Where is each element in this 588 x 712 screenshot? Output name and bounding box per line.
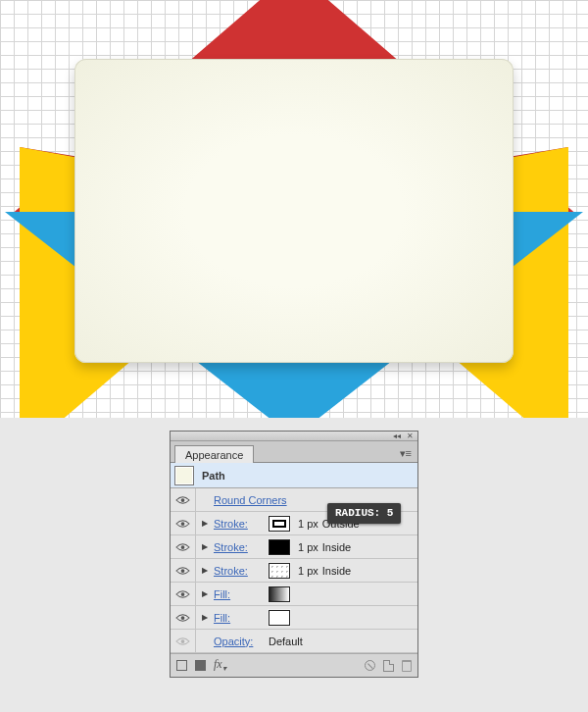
collapse-icon[interactable]: ◂◂ <box>393 432 401 440</box>
svg-point-3 <box>181 569 185 573</box>
expand-icon[interactable]: ▶ <box>196 542 214 551</box>
expand-icon[interactable]: ▶ <box>196 613 214 622</box>
expand-icon[interactable]: ▶ <box>196 589 214 598</box>
illustrator-canvas <box>0 0 588 418</box>
selected-object-label: Path <box>202 470 225 482</box>
visibility-icon[interactable] <box>175 613 190 623</box>
stroke-value: 1 pxInside <box>298 565 351 577</box>
effect-link[interactable]: Round Corners <box>214 494 287 506</box>
row-fill-1[interactable]: ▶ Fill: <box>171 583 417 606</box>
opacity-link[interactable]: Opacity: <box>214 636 269 647</box>
panel-footer: fx▾ <box>171 653 417 677</box>
fill-link[interactable]: Fill: <box>214 588 269 600</box>
stroke-link[interactable]: Stroke: <box>214 541 269 553</box>
panel-titlebar[interactable]: ◂◂ ✕ <box>171 432 417 441</box>
add-effect-icon[interactable]: fx▾ <box>214 657 226 673</box>
new-fill-icon[interactable] <box>195 660 206 671</box>
letter-card <box>74 59 514 363</box>
svg-point-0 <box>181 498 185 502</box>
selected-object-row[interactable]: Path <box>171 463 417 488</box>
row-stroke-3[interactable]: ▶ Stroke: 1 pxInside <box>171 559 417 583</box>
svg-point-6 <box>181 639 185 643</box>
visibility-icon[interactable] <box>175 566 190 576</box>
appearance-panel: ◂◂ ✕ Appearance ▾≡ Path Round Corners <box>170 431 418 678</box>
stroke-swatch[interactable] <box>269 539 290 555</box>
stroke-link[interactable]: Stroke: <box>214 565 269 577</box>
fill-swatch[interactable] <box>269 586 290 602</box>
appearance-items: Round Corners ▶ Stroke: 1 pxOutside ▶ St… <box>171 488 417 653</box>
new-stroke-icon[interactable] <box>176 660 187 671</box>
duplicate-item-icon[interactable] <box>383 660 394 672</box>
appearance-tab[interactable]: Appearance <box>174 445 254 463</box>
close-icon[interactable]: ✕ <box>407 432 414 440</box>
stroke-value: 1 pxOutside <box>298 518 360 530</box>
row-stroke-1[interactable]: ▶ Stroke: 1 pxOutside <box>171 512 417 535</box>
workspace-gray-area: ◂◂ ✕ Appearance ▾≡ Path Round Corners <box>0 418 588 712</box>
visibility-icon[interactable] <box>175 542 190 552</box>
row-opacity[interactable]: Opacity: Default <box>171 630 417 653</box>
visibility-icon[interactable] <box>175 519 190 529</box>
expand-icon[interactable]: ▶ <box>196 566 214 575</box>
svg-point-4 <box>181 592 185 596</box>
clear-appearance-icon[interactable] <box>365 660 375 671</box>
row-round-corners[interactable]: Round Corners <box>171 488 417 512</box>
visibility-icon[interactable] <box>175 589 190 599</box>
stroke-swatch[interactable] <box>269 516 290 532</box>
svg-point-1 <box>181 522 185 526</box>
delete-item-icon[interactable] <box>402 660 412 672</box>
row-fill-2[interactable]: ▶ Fill: <box>171 606 417 630</box>
stroke-value: 1 pxInside <box>298 541 351 553</box>
svg-point-2 <box>181 545 185 549</box>
visibility-icon[interactable] <box>175 495 190 505</box>
panel-tabbar: Appearance ▾≡ <box>171 441 417 463</box>
panel-menu-icon[interactable]: ▾≡ <box>394 447 417 462</box>
object-thumbnail <box>174 466 194 485</box>
opacity-value: Default <box>269 636 303 647</box>
expand-icon[interactable]: ▶ <box>196 519 214 528</box>
stroke-swatch[interactable] <box>269 563 290 579</box>
row-stroke-2[interactable]: ▶ Stroke: 1 pxInside <box>171 535 417 559</box>
fill-link[interactable]: Fill: <box>214 612 269 624</box>
svg-point-5 <box>181 616 185 620</box>
visibility-icon[interactable] <box>175 636 190 646</box>
fill-swatch[interactable] <box>269 610 290 626</box>
stroke-link[interactable]: Stroke: <box>214 518 269 530</box>
